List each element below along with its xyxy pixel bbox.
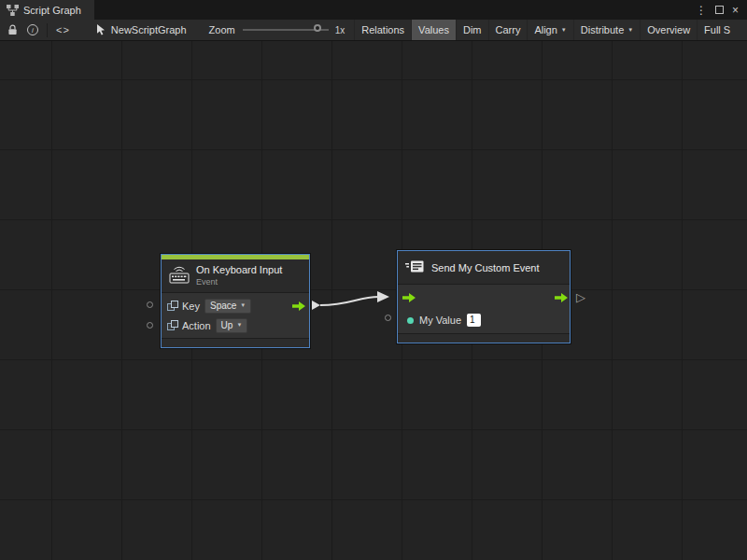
code-preview-icon[interactable]: <>	[56, 24, 70, 35]
action-dropdown[interactable]: Up ▼	[216, 318, 248, 333]
graph-icon	[7, 5, 19, 16]
window-controls: ⋮ ×	[696, 0, 747, 20]
flow-port-row	[398, 287, 570, 310]
graph-toolbar: i <> NewScriptGraph Zoom 1x Relations Va…	[0, 20, 747, 41]
chevron-down-icon: ▼	[236, 322, 242, 328]
lock-icon[interactable]	[7, 24, 18, 35]
node-subtitle: Event	[196, 277, 282, 287]
values-button[interactable]: Values	[411, 20, 456, 41]
keyboard-icon	[169, 266, 190, 286]
flow-output-arrow-icon[interactable]	[555, 293, 568, 304]
key-input-port[interactable]	[147, 301, 153, 308]
tab-title: Script Graph	[23, 5, 81, 16]
my-value-label: My Value	[419, 315, 461, 326]
zoom-label: Zoom	[209, 24, 235, 35]
key-port-row: Key Space ▼	[162, 296, 309, 315]
fullscreen-button[interactable]: Full S	[697, 20, 737, 41]
close-icon[interactable]: ×	[732, 5, 739, 16]
dim-button[interactable]: Dim	[456, 20, 488, 41]
zoom-slider-handle[interactable]	[314, 24, 321, 32]
node-header: Send My Custom Event	[398, 251, 570, 285]
zoom-value: 1x	[335, 25, 345, 35]
my-value-input[interactable]: 1	[467, 314, 481, 327]
align-dropdown-button[interactable]: Align ▼	[527, 20, 572, 41]
node-title: Send My Custom Event	[431, 262, 540, 273]
zoom-control: Zoom 1x	[209, 24, 345, 35]
distribute-dropdown-button[interactable]: Distribute ▼	[573, 20, 640, 41]
node-footer	[398, 333, 570, 343]
node-on-keyboard-input[interactable]: On Keyboard Input Event Key Space ▼ Acti…	[161, 254, 310, 348]
node-footer	[162, 338, 309, 347]
overview-button[interactable]: Overview	[640, 20, 697, 41]
carry-button[interactable]: Carry	[488, 20, 528, 41]
flow-input-arrow-icon[interactable]	[402, 293, 416, 304]
tab-script-graph[interactable]: Script Graph	[0, 0, 94, 20]
graph-name-label[interactable]: NewScriptGraph	[111, 24, 187, 35]
relations-button[interactable]: Relations	[354, 20, 411, 41]
maximize-icon[interactable]	[715, 6, 724, 14]
node-body: My Value 1	[398, 285, 570, 333]
window-tab-bar: Script Graph ⋮ ×	[0, 0, 747, 20]
action-port-row: Action Up ▼	[162, 315, 309, 335]
connection-wire[interactable]	[0, 41, 747, 560]
kebab-menu-icon[interactable]: ⋮	[696, 5, 707, 16]
node-body: Key Space ▼ Action Up ▼	[162, 293, 309, 338]
trigger-output-arrow-icon[interactable]	[292, 301, 305, 311]
keycode-type-icon	[167, 320, 177, 330]
flow-output-port[interactable]: ▷	[576, 291, 585, 303]
key-dropdown[interactable]: Space ▼	[204, 299, 251, 314]
send-event-icon	[405, 259, 425, 275]
graph-canvas[interactable]: ▷ On Keyboard Input E	[0, 41, 747, 560]
action-label: Action	[182, 320, 211, 331]
info-icon[interactable]: i	[27, 24, 38, 35]
chevron-down-icon: ▼	[240, 302, 246, 308]
toolbar-separator	[47, 23, 48, 37]
key-label: Key	[182, 301, 200, 312]
edit-cursor-icon	[96, 24, 106, 35]
keycode-type-icon	[167, 301, 177, 311]
my-value-port-row: My Value 1	[398, 310, 570, 330]
my-value-input-port[interactable]	[385, 315, 391, 321]
chevron-down-icon: ▼	[627, 27, 633, 33]
zoom-slider[interactable]	[243, 29, 329, 31]
action-input-port[interactable]	[147, 322, 153, 329]
node-header: On Keyboard Input Event	[162, 259, 309, 293]
chevron-down-icon: ▼	[561, 27, 567, 33]
toolbar-buttons: Relations Values Dim Carry Align ▼ Distr…	[354, 20, 737, 41]
node-title: On Keyboard Input	[196, 264, 282, 275]
value-port-dot-icon[interactable]	[407, 317, 414, 324]
node-send-my-custom-event[interactable]: Send My Custom Event My Value 1	[397, 250, 571, 343]
